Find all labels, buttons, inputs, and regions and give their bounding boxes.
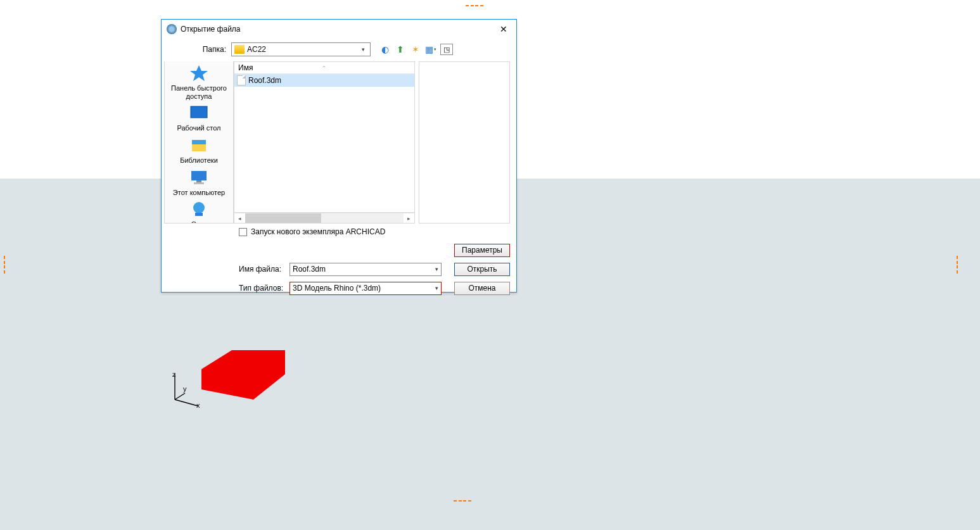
libraries-icon — [189, 136, 209, 154]
folder-value: AC22 — [247, 45, 266, 54]
archicad-icon — [167, 24, 177, 34]
computer-icon — [189, 168, 209, 186]
preview-toggle-icon[interactable]: ◳ — [440, 44, 453, 55]
folder-icon — [234, 45, 245, 54]
file-list: Имя ⌃ Roof.3dm ◂ ▸ — [234, 61, 415, 224]
new-instance-label: Запуск нового экземпляра ARCHICAD — [251, 227, 385, 236]
file-row[interactable]: Roof.3dm — [234, 74, 414, 87]
filetype-label: Тип файлов: — [239, 284, 290, 293]
svg-rect-8 — [192, 140, 206, 144]
h-scrollbar[interactable]: ◂ ▸ — [234, 213, 415, 224]
filetype-combo[interactable]: 3D Модель Rhino (*.3dm) ▾ — [290, 282, 442, 295]
place-thispc[interactable]: Этот компьютер — [167, 168, 231, 197]
axes-gizmo: z x y — [162, 370, 200, 408]
view-mode-icon[interactable]: ▦▾ — [425, 44, 436, 55]
axis-y-label: y — [183, 385, 187, 393]
svg-rect-5 — [191, 106, 207, 118]
place-network[interactable]: Сеть — [167, 200, 231, 224]
file-list-header[interactable]: Имя ⌃ — [234, 61, 415, 74]
folder-select[interactable]: AC22 ▾ — [231, 42, 371, 56]
filename-label: Имя файла: — [239, 265, 290, 274]
chevron-down-icon: ▾ — [435, 285, 438, 291]
desktop-icon — [189, 104, 209, 122]
place-desktop[interactable]: Рабочий стол — [167, 104, 231, 132]
chevron-down-icon: ▾ — [357, 43, 369, 56]
filename-combo[interactable]: Roof.3dm ▾ — [290, 263, 442, 276]
page-marker-top — [466, 5, 483, 9]
scroll-thumb[interactable] — [245, 213, 321, 223]
place-libraries[interactable]: Библиотеки — [167, 136, 231, 165]
sort-caret-icon: ⌃ — [322, 65, 326, 71]
parameters-button[interactable]: Параметры — [454, 244, 510, 257]
svg-marker-4 — [190, 65, 208, 81]
axis-z-label: z — [172, 370, 176, 378]
open-file-dialog: Открытие файла ✕ Папка: AC22 ▾ ◐ ⬆ ✶ ▦▾ … — [161, 19, 517, 293]
dialog-titlebar: Открытие файла ✕ — [162, 20, 516, 39]
place-quick-access[interactable]: Панель быстрого доступа — [167, 64, 231, 100]
chevron-down-icon: ▾ — [435, 266, 438, 272]
scroll-left-icon[interactable]: ◂ — [234, 213, 245, 223]
up-folder-icon[interactable]: ⬆ — [395, 44, 406, 55]
open-button[interactable]: Открыть — [454, 263, 510, 276]
scroll-right-icon[interactable]: ▸ — [404, 213, 414, 223]
places-sidebar: Панель быстрого доступа Рабочий стол Биб… — [164, 61, 234, 224]
new-instance-checkbox[interactable] — [239, 228, 247, 236]
new-folder-icon[interactable]: ✶ — [410, 44, 421, 55]
svg-line-2 — [175, 393, 185, 400]
preview-pane — [419, 61, 510, 224]
axis-x-label: x — [196, 401, 200, 408]
network-icon — [189, 200, 209, 218]
svg-rect-10 — [196, 180, 201, 182]
dialog-title: Открытие файла — [181, 25, 496, 34]
model-shape — [201, 350, 290, 407]
cancel-button[interactable]: Отмена — [454, 282, 510, 295]
folder-label: Папка: — [162, 45, 231, 54]
document-icon — [237, 75, 246, 85]
svg-rect-13 — [195, 213, 203, 216]
svg-rect-11 — [194, 182, 204, 184]
back-icon[interactable]: ◐ — [379, 44, 391, 55]
page-marker-right — [957, 256, 961, 274]
page-marker-left — [4, 256, 8, 274]
star-icon — [189, 64, 209, 82]
svg-rect-9 — [191, 171, 207, 180]
nav-toolbar: ◐ ⬆ ✶ ▦▾ ◳ — [379, 44, 453, 55]
svg-line-1 — [175, 400, 198, 406]
svg-marker-3 — [201, 350, 285, 400]
page-marker-bottom — [454, 500, 471, 505]
close-button[interactable]: ✕ — [496, 22, 511, 37]
svg-point-12 — [193, 202, 205, 213]
